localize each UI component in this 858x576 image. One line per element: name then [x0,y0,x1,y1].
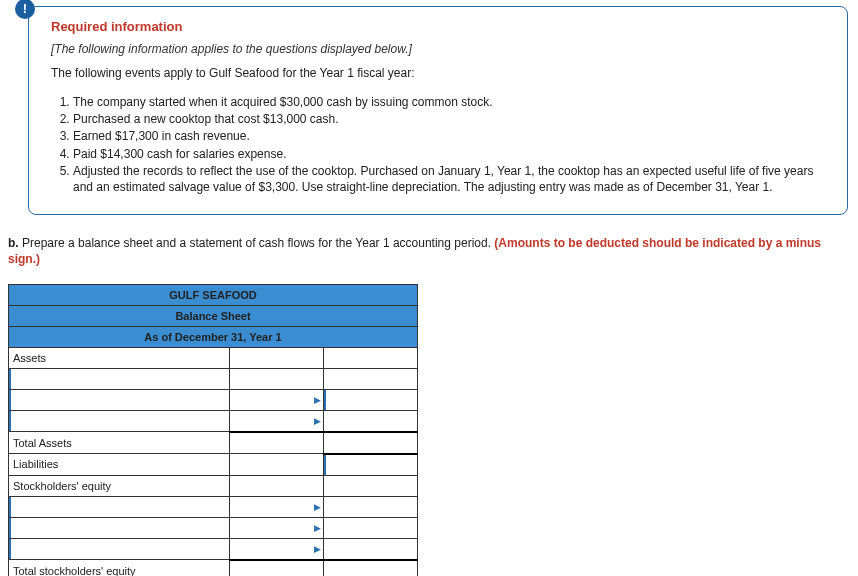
row-liabilities-label: Liabilities [9,454,230,476]
required-info-box: ! Required information [The following in… [28,6,848,215]
event-item: Earned $17,300 in cash revenue. [73,128,825,144]
amount-input[interactable] [323,389,417,410]
event-item: Purchased a new cooktop that cost $13,00… [73,111,825,127]
empty-cell [229,454,323,476]
table-subtitle: Balance Sheet [9,305,418,326]
alert-badge-icon: ! [15,0,35,19]
account-select[interactable] [9,496,230,517]
account-select[interactable] [9,410,230,432]
amount-input[interactable]: ▶ [229,538,323,560]
liabilities-value[interactable] [323,454,417,476]
event-item: The company started when it acquired $30… [73,94,825,110]
account-select[interactable] [9,517,230,538]
account-select[interactable] [9,538,230,560]
empty-cell [323,538,417,560]
empty-cell [323,517,417,538]
account-select[interactable] [9,368,230,389]
empty-cell [229,475,323,496]
dropdown-arrow-icon: ▶ [314,395,321,405]
table-title: GULF SEAFOOD [9,284,418,305]
required-info-heading: Required information [51,19,825,34]
event-item: Paid $14,300 cash for salaries expense. [73,146,825,162]
total-se-value[interactable] [323,560,417,577]
table-date: As of December 31, Year 1 [9,326,418,347]
row-total-assets-label: Total Assets [9,432,230,454]
context-note: [The following information applies to th… [51,42,825,56]
row-assets-label: Assets [9,347,230,368]
empty-cell [323,496,417,517]
question-prefix: b. [8,236,19,250]
question-prompt: b. Prepare a balance sheet and a stateme… [8,235,848,267]
dropdown-arrow-icon: ▶ [314,523,321,533]
empty-cell [229,347,323,368]
balance-sheet-table: GULF SEAFOOD Balance Sheet As of Decembe… [8,284,418,577]
dropdown-arrow-icon: ▶ [314,416,321,426]
row-total-se-label: Total stockholders' equity [9,560,230,577]
amount-input[interactable] [323,410,417,432]
amount-input[interactable]: ▶ [229,496,323,517]
empty-cell [323,368,417,389]
empty-cell [229,560,323,577]
amount-input[interactable]: ▶ [229,410,323,432]
event-list: The company started when it acquired $30… [55,94,825,195]
empty-cell [323,475,417,496]
dropdown-arrow-icon: ▶ [314,544,321,554]
amount-input[interactable]: ▶ [229,389,323,410]
row-stockholders-equity-label: Stockholders' equity [9,475,230,496]
dropdown-arrow-icon: ▶ [314,502,321,512]
event-item: Adjusted the records to reflect the use … [73,163,825,195]
account-select[interactable] [9,389,230,410]
intro-text: The following events apply to Gulf Seafo… [51,66,825,80]
amount-input[interactable] [229,368,323,389]
amount-input[interactable]: ▶ [229,517,323,538]
question-text: Prepare a balance sheet and a statement … [19,236,495,250]
empty-cell [323,347,417,368]
total-assets-value[interactable] [323,432,417,454]
empty-cell [229,432,323,454]
